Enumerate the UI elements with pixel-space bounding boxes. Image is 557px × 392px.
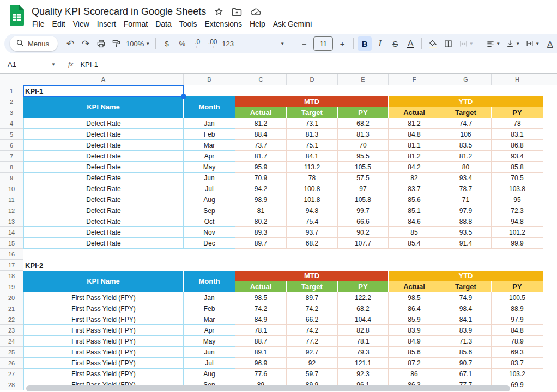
menu-item-extensions[interactable]: Extensions	[201, 19, 245, 29]
value-cell[interactable]: 81	[235, 205, 287, 216]
row-header-12[interactable]: 12	[0, 205, 23, 216]
kpi-name-cell[interactable]: Defect Rate	[23, 118, 184, 129]
row-header-6[interactable]: 6	[0, 140, 23, 151]
undo-button[interactable]: ↶	[63, 36, 77, 51]
value-cell[interactable]: 122.2	[338, 292, 389, 303]
value-cell[interactable]: 103.2	[492, 369, 543, 379]
month-cell[interactable]: Mar	[184, 140, 235, 151]
select-all-corner[interactable]	[0, 74, 23, 85]
month-cell[interactable]: Dec	[184, 238, 235, 249]
value-cell[interactable]: 98.9	[235, 194, 287, 205]
ytd-sub-header-cell[interactable]: Target	[440, 107, 492, 118]
row-header-7[interactable]: 7	[0, 151, 23, 162]
value-cell[interactable]: 74.2	[287, 303, 338, 314]
mtd-sub-header-cell[interactable]: PY	[338, 107, 389, 118]
star-icon[interactable]	[214, 7, 223, 16]
value-cell[interactable]: 75.4	[287, 216, 338, 227]
mtd-group-header-cell[interactable]: MTD	[235, 271, 389, 281]
menus-search-button[interactable]: Menus	[10, 36, 58, 51]
value-cell[interactable]: 68.2	[338, 303, 389, 314]
row-header-28[interactable]: 28	[0, 379, 23, 390]
value-cell[interactable]: 92	[287, 358, 338, 369]
bold-button[interactable]: B	[358, 36, 372, 51]
value-cell[interactable]: 77.6	[235, 369, 287, 379]
kpi-name-cell[interactable]: Defect Rate	[23, 183, 184, 194]
kpi-name-cell[interactable]: Defect Rate	[23, 151, 184, 162]
value-cell[interactable]: 74.7	[440, 118, 492, 129]
value-cell[interactable]: 94.8	[492, 216, 543, 227]
row-header-20[interactable]: 20	[0, 292, 23, 303]
value-cell[interactable]: 90.2	[338, 227, 389, 238]
value-cell[interactable]: 98.4	[440, 303, 492, 314]
value-cell[interactable]: 85.9	[389, 314, 440, 325]
value-cell[interactable]: 75.1	[287, 140, 338, 151]
month-cell[interactable]: Jul	[184, 183, 235, 194]
value-cell[interactable]: 78.9	[492, 336, 543, 347]
month-cell[interactable]: Aug	[184, 194, 235, 205]
value-cell[interactable]: 99.9	[492, 238, 543, 249]
column-header-f[interactable]: F	[389, 74, 440, 85]
ytd-sub-header-cell[interactable]: Actual	[389, 107, 440, 118]
cloud-saved-icon[interactable]	[250, 8, 262, 16]
value-cell[interactable]: 78	[287, 173, 338, 183]
merge-cells-button[interactable]: ▼	[456, 36, 476, 51]
value-cell[interactable]: 83.7	[492, 358, 543, 369]
font-size-input[interactable]: 11	[313, 36, 333, 51]
value-cell[interactable]: 100.8	[287, 183, 338, 194]
text-rotation-button[interactable]: A	[543, 36, 557, 51]
month-cell[interactable]: Feb	[184, 129, 235, 140]
kpi-name-cell[interactable]: First Pass Yield (FPY)	[23, 336, 184, 347]
row-header-19[interactable]: 19	[0, 281, 23, 292]
value-cell[interactable]: 107.7	[338, 238, 389, 249]
value-cell[interactable]: 81.7	[235, 151, 287, 162]
month-cell[interactable]: Apr	[184, 151, 235, 162]
value-cell[interactable]: 66.6	[338, 216, 389, 227]
value-cell[interactable]: 83.7	[389, 183, 440, 194]
increase-font-size-button[interactable]: +	[335, 36, 349, 51]
value-cell[interactable]: 78.7	[440, 183, 492, 194]
fill-color-button[interactable]	[426, 36, 440, 51]
value-cell[interactable]: 74.9	[440, 292, 492, 303]
value-cell[interactable]: 98.5	[235, 292, 287, 303]
ytd-sub-header-cell[interactable]: PY	[492, 281, 543, 292]
section-label-kpi-1[interactable]: KPI-1	[23, 85, 184, 96]
value-cell[interactable]: 94.8	[287, 205, 338, 216]
value-cell[interactable]: 89.1	[235, 347, 287, 358]
zoom-dropdown[interactable]: 100% ▼	[124, 36, 152, 51]
month-cell[interactable]: Aug	[184, 369, 235, 379]
menu-item-format[interactable]: Format	[120, 19, 152, 29]
value-cell[interactable]: 59.7	[287, 369, 338, 379]
mtd-sub-header-cell[interactable]: PY	[338, 281, 389, 292]
value-cell[interactable]: 80.2	[235, 216, 287, 227]
menu-item-tools[interactable]: Tools	[175, 19, 201, 29]
font-family-dropdown[interactable]	[243, 37, 274, 50]
more-formats-button[interactable]: 123	[221, 36, 235, 51]
value-cell[interactable]: 93.4	[440, 173, 492, 183]
value-cell[interactable]: 95	[492, 194, 543, 205]
value-cell[interactable]: 83.9	[440, 325, 492, 336]
menu-item-file[interactable]: File	[28, 19, 49, 29]
month-header-cell[interactable]: Month	[184, 271, 235, 292]
strikethrough-button[interactable]: S	[388, 36, 402, 51]
value-cell[interactable]: 98.5	[389, 292, 440, 303]
row-header-14[interactable]: 14	[0, 227, 23, 238]
redo-button[interactable]: ↷	[78, 36, 93, 51]
value-cell[interactable]: 83.9	[389, 325, 440, 336]
month-cell[interactable]: Jan	[184, 292, 235, 303]
kpi-name-cell[interactable]: Defect Rate	[23, 238, 184, 249]
value-cell[interactable]: 105.8	[338, 194, 389, 205]
italic-button[interactable]: I	[373, 36, 387, 51]
value-cell[interactable]: 89.7	[287, 292, 338, 303]
value-cell[interactable]: 84.8	[389, 129, 440, 140]
kpi-name-cell[interactable]: Defect Rate	[23, 173, 184, 183]
row-header-17[interactable]: 17	[0, 260, 23, 271]
mtd-group-header-cell[interactable]: MTD	[235, 96, 389, 107]
kpi-name-cell[interactable]: First Pass Yield (FPY)	[23, 347, 184, 358]
value-cell[interactable]: 89.7	[235, 238, 287, 249]
value-cell[interactable]: 86.8	[492, 140, 543, 151]
horizontal-align-button[interactable]: ▼	[484, 36, 502, 51]
menu-item-ask-gemini[interactable]: Ask Gemini	[269, 19, 316, 29]
font-family-caret[interactable]: ▼	[275, 36, 289, 51]
value-cell[interactable]: 113.2	[287, 162, 338, 173]
value-cell[interactable]: 86	[389, 369, 440, 379]
